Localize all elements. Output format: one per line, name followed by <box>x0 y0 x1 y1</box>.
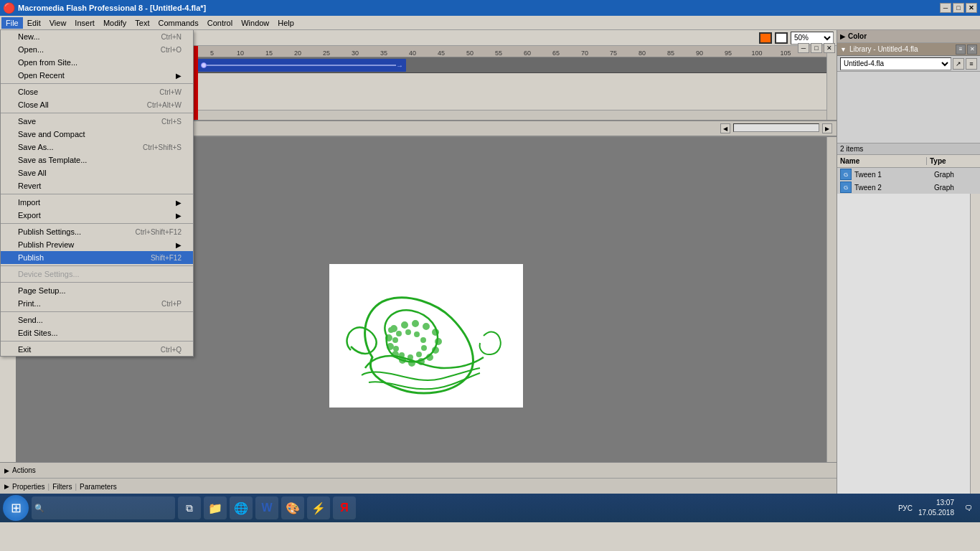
taskbar-explorer[interactable]: 📁 <box>204 496 227 519</box>
start-button[interactable]: ⊞ <box>3 495 29 521</box>
taskbar-paint[interactable]: 🎨 <box>281 496 304 519</box>
svg-point-12 <box>387 344 393 349</box>
library-count: 2 items <box>837 143 980 155</box>
menu-open-from-site[interactable]: Open from Site... <box>1 56 193 69</box>
browser-icon: 🌐 <box>234 501 248 515</box>
menu-text[interactable]: Text <box>131 17 154 29</box>
menu-modify[interactable]: Modify <box>99 17 131 29</box>
filters-label: Filters <box>52 483 72 491</box>
menu-save-as-template[interactable]: Save as Template... <box>1 154 193 166</box>
menu-publish[interactable]: Publish Shift+F12 <box>1 251 193 264</box>
svg-point-17 <box>415 332 419 336</box>
separator-6 <box>1 282 193 283</box>
menu-window[interactable]: Window <box>237 17 273 29</box>
timeline-scroll-track[interactable] <box>733 123 819 132</box>
menu-close[interactable]: Close Ctrl+W <box>1 85 193 98</box>
notification-icon[interactable]: 🗨 <box>960 499 977 517</box>
library-item-count: 2 items <box>840 145 863 153</box>
menu-commands[interactable]: Commands <box>154 17 202 29</box>
taskbar-right: РУС 13:07 17.05.2018 🗨 <box>898 498 977 518</box>
separator-8 <box>1 341 193 342</box>
menu-publish-settings[interactable]: Publish Settings... Ctrl+Shift+F12 <box>1 225 193 238</box>
library-expand-button[interactable]: ≡ <box>956 44 966 55</box>
menu-open-recent[interactable]: Open Recent ▶ <box>1 69 193 82</box>
zoom-select[interactable]: 50% <box>791 32 834 44</box>
menu-help[interactable]: Help <box>273 17 298 29</box>
window-controls: ─ □ ✕ <box>940 3 977 13</box>
menu-control[interactable]: Control <box>203 17 237 29</box>
taskbar-search[interactable]: 🔍 <box>32 496 175 519</box>
menu-new[interactable]: New... Ctrl+N <box>1 30 193 43</box>
props-separator-2: | <box>75 483 77 491</box>
library-close-button[interactable]: ✕ <box>967 44 977 55</box>
clock-time: 13:07 <box>918 498 954 508</box>
clock: 13:07 17.05.2018 <box>918 498 954 518</box>
inner-minimize[interactable]: ─ <box>798 43 809 53</box>
svg-point-1 <box>402 322 407 328</box>
menu-device-settings: Device Settings... <box>1 268 193 281</box>
library-toolbar: Untitled-4.fla ↗ ≡ <box>837 56 980 72</box>
menu-view[interactable]: View <box>45 17 71 29</box>
timeline-scroll-buttons: ◀ ▶ <box>720 123 832 133</box>
taskbar-browser[interactable]: 🌐 <box>230 496 253 519</box>
library-new-symbol-button[interactable]: ↗ <box>953 58 964 70</box>
inner-maximize[interactable]: □ <box>811 43 822 53</box>
taskbar-yandex[interactable]: Я <box>333 496 356 519</box>
close-button[interactable]: ✕ <box>966 3 977 13</box>
menu-edit[interactable]: Edit <box>23 17 45 29</box>
window-title: Macromedia Flash Professional 8 - [Untit… <box>18 4 206 12</box>
tween1-icon: G <box>840 169 852 180</box>
tween-bar: → <box>198 59 406 72</box>
inner-close[interactable]: ✕ <box>824 43 835 53</box>
menu-import[interactable]: Import ▶ <box>1 196 193 209</box>
menu-revert[interactable]: Revert <box>1 179 193 192</box>
tween1-type: Graph <box>934 171 977 179</box>
menu-page-setup[interactable]: Page Setup... <box>1 284 193 297</box>
fill-color-swatch[interactable] <box>775 32 788 44</box>
library-col-name: Name <box>837 157 927 165</box>
menu-edit-sites[interactable]: Edit Sites... <box>1 326 193 339</box>
menu-save-compact[interactable]: Save and Compact <box>1 128 193 141</box>
app-icon: 🔴 <box>3 2 15 14</box>
menu-bar: File Edit View Insert Modify Text Comman… <box>0 16 980 30</box>
scroll-right-button[interactable]: ▶ <box>822 123 832 133</box>
separator-4 <box>1 223 193 224</box>
menu-publish-preview[interactable]: Publish Preview ▶ <box>1 238 193 251</box>
menu-close-all[interactable]: Close All Ctrl+Alt+W <box>1 98 193 111</box>
actions-label: Actions <box>12 466 36 474</box>
library-item-tween1[interactable]: G Tween 1 Graph <box>837 168 980 181</box>
menu-save[interactable]: Save Ctrl+S <box>1 115 193 128</box>
svg-point-23 <box>394 347 398 351</box>
menu-file[interactable]: File <box>1 17 23 29</box>
menu-save-all[interactable]: Save All <box>1 166 193 179</box>
library-file-select[interactable]: Untitled-4.fla <box>840 57 951 70</box>
scroll-left-button[interactable]: ◀ <box>720 123 730 133</box>
menu-print[interactable]: Print... Ctrl+P <box>1 297 193 310</box>
taskbar-flash[interactable]: ⚡ <box>307 496 330 519</box>
stage-drawing <box>329 264 523 408</box>
menu-send[interactable]: Send... <box>1 314 193 326</box>
taskbar-word[interactable]: W <box>255 496 278 519</box>
library-preview <box>837 72 980 143</box>
menu-save-as[interactable]: Save As... Ctrl+Shift+S <box>1 141 193 154</box>
stroke-color-swatch[interactable] <box>759 32 772 44</box>
task-view-icon: ⧉ <box>186 502 193 514</box>
menu-exit[interactable]: Exit Ctrl+Q <box>1 343 193 356</box>
taskbar-task-view[interactable]: ⧉ <box>178 496 201 519</box>
svg-point-24 <box>393 338 397 342</box>
stage-scrollbar-v[interactable] <box>826 137 837 491</box>
library-collapse-arrow: ▼ <box>840 46 847 53</box>
library-scrollbar[interactable] <box>970 194 980 494</box>
tween2-type: Graph <box>934 184 977 192</box>
timeline-scrollbar-h[interactable] <box>194 110 826 120</box>
library-settings-button[interactable]: ≡ <box>966 58 977 70</box>
maximize-button[interactable]: □ <box>953 3 964 13</box>
menu-insert[interactable]: Insert <box>70 17 99 29</box>
menu-export[interactable]: Export ▶ <box>1 209 193 222</box>
minimize-button[interactable]: ─ <box>940 3 951 13</box>
timeline-scrollbar-v[interactable] <box>826 46 837 120</box>
word-icon: W <box>261 501 272 514</box>
color-panel-arrow: ▶ <box>840 33 845 40</box>
menu-open[interactable]: Open... Ctrl+O <box>1 43 193 56</box>
library-item-tween2[interactable]: G Tween 2 Graph <box>837 181 980 194</box>
